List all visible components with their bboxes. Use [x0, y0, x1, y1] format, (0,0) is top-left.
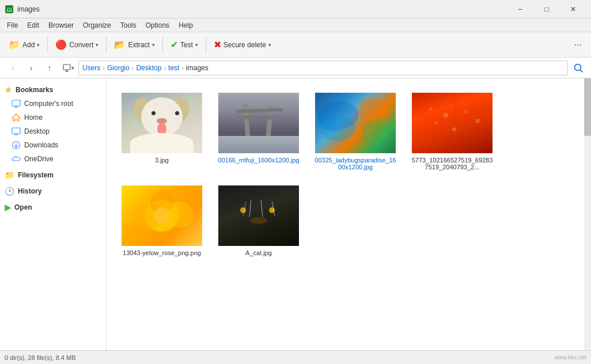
maximize-button[interactable]: □	[533, 0, 560, 18]
bc-giorgio[interactable]: Giorgio	[107, 64, 130, 72]
computer-root-icon	[12, 99, 21, 108]
close-button[interactable]: ✕	[560, 0, 586, 18]
svg-point-5	[575, 64, 581, 70]
status-bar: 0 dir(s), 28 file(s), 8.4 MB www.kkx.net	[0, 350, 591, 364]
filesystem-label: Filesystem	[18, 171, 54, 179]
file-grid: 3.jpg 00166_mtfuji_1600x1200.jpg	[107, 78, 591, 271]
convert-dropdown-arrow[interactable]: ▾	[96, 42, 99, 48]
dog-image	[122, 93, 202, 153]
extract-icon: 📂	[114, 39, 126, 50]
secure-delete-icon: ✖	[214, 39, 221, 50]
add-icon: 📁	[9, 39, 20, 50]
convert-icon: 🔴	[55, 39, 67, 50]
status-text: 0 dir(s), 28 file(s), 8.4 MB	[5, 354, 75, 361]
sidebar-item-computer-root[interactable]: Computer's root	[0, 97, 106, 111]
minimize-button[interactable]: –	[507, 0, 533, 18]
search-icon	[573, 63, 584, 73]
menu-file[interactable]: File	[2, 20, 22, 31]
history-header[interactable]: 🕐 History	[0, 184, 106, 198]
file-name-3: 00325_ladybugsparadise_1600x1200.jpg	[315, 157, 396, 170]
computer-root-label: Computer's root	[24, 100, 73, 108]
toolbar-separator-3	[162, 37, 163, 53]
sidebar-item-onedrive[interactable]: OneDrive	[0, 152, 106, 166]
sidebar-item-downloads[interactable]: Downloads	[0, 138, 106, 152]
test-button[interactable]: ✔ Test ▾	[166, 36, 202, 54]
secure-delete-button[interactable]: ✖ Secure delete ▾	[210, 36, 275, 54]
add-label: Add	[22, 41, 35, 49]
bc-users[interactable]: Users	[82, 64, 100, 72]
add-button[interactable]: 📁 Add ▾	[5, 36, 44, 54]
downloads-icon	[12, 141, 21, 150]
file-item-4[interactable]: 5773_102166527519_692837519_2040793_2...	[406, 88, 498, 176]
title-bar: 🗂 images – □ ✕	[0, 0, 591, 18]
file-name-4: 5773_102166527519_692837519_2040793_2...	[411, 157, 493, 170]
extract-dropdown-arrow[interactable]: ▾	[152, 42, 155, 48]
file-item-6[interactable]: A_cat.jpg	[213, 180, 305, 261]
home-icon	[12, 113, 21, 122]
bc-images: images	[186, 64, 209, 72]
bookmarks-label: Bookmarks	[16, 86, 53, 94]
more-options-button[interactable]: ···	[570, 37, 586, 52]
home-label: Home	[24, 113, 43, 122]
menu-tools[interactable]: Tools	[116, 20, 141, 31]
breadcrumb: Users › Giorgio › Desktop › test › image…	[78, 60, 568, 75]
menu-help[interactable]: Help	[174, 20, 198, 31]
menu-options[interactable]: Options	[141, 20, 174, 31]
file-area: 3.jpg 00166_mtfuji_1600x1200.jpg	[107, 78, 591, 350]
file-thumb-1	[122, 93, 202, 153]
open-header[interactable]: ▶ Open	[0, 200, 106, 214]
sidebar-item-home[interactable]: Home	[0, 111, 106, 124]
file-thumb-3	[315, 93, 396, 153]
forward-button[interactable]: ›	[23, 60, 39, 76]
svg-text:🗂: 🗂	[6, 6, 12, 13]
up-button[interactable]: ↑	[41, 60, 58, 76]
bc-sep-2: ›	[132, 65, 134, 71]
menu-organize[interactable]: Organize	[78, 20, 116, 31]
bookmarks-header[interactable]: ★ Bookmarks	[0, 83, 106, 97]
scrollbar-track[interactable]	[584, 78, 591, 350]
file-item-2[interactable]: 00166_mtfuji_1600x1200.jpg	[213, 88, 305, 176]
file-item-1[interactable]: 3.jpg	[116, 88, 208, 176]
open-icon: ▶	[5, 203, 11, 212]
file-thumb-2	[218, 93, 299, 153]
file-name-2: 00166_mtfuji_1600x1200.jpg	[218, 157, 299, 164]
add-dropdown-arrow[interactable]: ▾	[37, 42, 40, 48]
svg-line-6	[581, 70, 583, 72]
extract-button[interactable]: 📂 Extract ▾	[110, 36, 158, 54]
search-button[interactable]	[570, 60, 586, 76]
sidebar-item-desktop[interactable]: Desktop	[0, 124, 106, 138]
back-button[interactable]: ‹	[5, 60, 21, 76]
location-dropdown-button[interactable]: ▾	[60, 60, 76, 76]
menu-bar: File Edit Browser Organize Tools Options…	[0, 18, 591, 32]
menu-edit[interactable]: Edit	[22, 20, 44, 31]
window-title: images	[17, 5, 507, 13]
convert-button[interactable]: 🔴 Convert ▾	[51, 36, 103, 54]
desktop-icon	[12, 127, 21, 136]
filesystem-icon: 📁	[5, 170, 14, 180]
test-dropdown-arrow[interactable]: ▾	[195, 42, 198, 48]
bookmarks-star-icon: ★	[5, 85, 12, 94]
svg-rect-2	[63, 65, 70, 70]
extract-label: Extract	[128, 41, 149, 49]
file-item-3[interactable]: 00325_ladybugsparadise_1600x1200.jpg	[309, 88, 401, 176]
file-thumb-6	[218, 185, 299, 246]
convert-label: Convert	[69, 41, 93, 49]
filesystem-header[interactable]: 📁 Filesystem	[0, 168, 106, 182]
downloads-label: Downloads	[24, 141, 58, 149]
sidebar: ★ Bookmarks Computer's root Home Deskto	[0, 78, 107, 350]
desktop-label: Desktop	[24, 127, 50, 135]
main-content: ★ Bookmarks Computer's root Home Deskto	[0, 78, 591, 350]
scrollbar-thumb[interactable]	[584, 78, 591, 136]
open-section: ▶ Open	[0, 200, 106, 214]
bc-test[interactable]: test	[168, 64, 179, 72]
svg-rect-7	[12, 100, 20, 106]
onedrive-label: OneDrive	[24, 155, 54, 163]
file-item-5[interactable]: 13043-yelow_rose_png.png	[116, 180, 208, 261]
menu-browser[interactable]: Browser	[44, 20, 78, 31]
filesystem-section: 📁 Filesystem	[0, 168, 106, 182]
secure-delete-dropdown-arrow[interactable]: ▾	[268, 42, 271, 48]
history-icon: 🕐	[5, 187, 14, 196]
secure-delete-label: Secure delete	[223, 41, 266, 49]
bc-sep-3: ›	[164, 65, 166, 71]
bc-desktop[interactable]: Desktop	[136, 64, 161, 72]
